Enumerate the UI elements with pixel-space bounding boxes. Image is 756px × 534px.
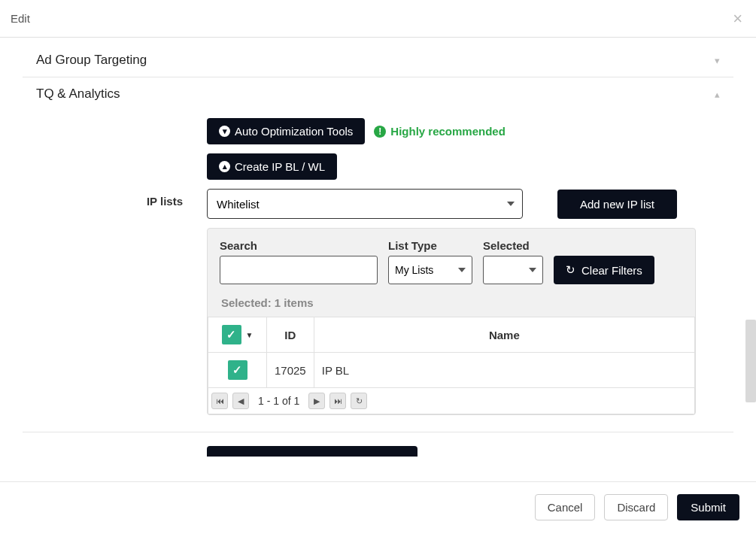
pager-prev-button[interactable]: ◀ xyxy=(232,393,249,409)
chevron-up-circle-icon: ▴ xyxy=(219,161,230,172)
id-column-header[interactable]: ID xyxy=(267,317,314,353)
modal-title: Edit xyxy=(11,12,30,25)
modal-footer: Cancel Discard Submit xyxy=(0,481,756,532)
selected-summary: Selected: 1 items xyxy=(220,292,683,317)
selected-filter-select[interactable] xyxy=(483,256,543,284)
modal-header: Edit × xyxy=(0,0,756,38)
button-label: Add new IP list xyxy=(580,198,654,211)
submit-button[interactable]: Submit xyxy=(677,494,739,520)
ip-list-table: ▼ ID Name xyxy=(208,317,695,388)
clear-filters-button[interactable]: ↻ Clear Filters xyxy=(554,256,654,284)
checkbox-checked-icon xyxy=(222,325,241,344)
chevron-down-circle-icon: ▾ xyxy=(219,126,230,137)
chevron-up-icon: ▴ xyxy=(715,89,720,100)
caret-down-icon: ▼ xyxy=(246,331,254,339)
row-name: IP BL xyxy=(314,353,694,388)
chevron-down-icon: ▾ xyxy=(715,55,720,66)
ip-lists-select[interactable]: Whitelist xyxy=(207,189,523,219)
selected-label: Selected xyxy=(483,239,543,252)
row-checkbox[interactable] xyxy=(228,360,247,380)
accordion-content: ▾ Auto Optimization Tools ! Highly recom… xyxy=(23,111,733,432)
row-id: 17025 xyxy=(267,353,314,388)
highly-recommended-badge: ! Highly recommended xyxy=(374,125,506,138)
info-icon: ! xyxy=(374,126,386,138)
pager-next-button[interactable]: ▶ xyxy=(308,393,325,409)
button-label: Auto Optimization Tools xyxy=(235,125,353,138)
button-label: Clear Filters xyxy=(581,264,642,277)
accordion-title: Ad Group Targeting xyxy=(36,53,147,68)
search-label: Search xyxy=(220,239,378,252)
scrollbar-thumb[interactable] xyxy=(745,320,756,402)
modal-body: Ad Group Targeting ▾ TQ & Analytics ▴ ▾ … xyxy=(0,38,756,481)
accordion-ad-group-targeting[interactable]: Ad Group Targeting ▾ xyxy=(23,44,733,77)
cancel-button[interactable]: Cancel xyxy=(535,494,596,520)
search-input[interactable] xyxy=(220,256,378,284)
accordion-tq-analytics[interactable]: TQ & Analytics ▴ ▾ Auto Optimization Too… xyxy=(23,77,733,432)
pager-last-button[interactable]: ⏭ xyxy=(329,393,346,409)
ip-lists-label: IP lists xyxy=(38,189,207,208)
button-label: Create IP BL / WL xyxy=(235,160,325,173)
pager: ⏮ ◀ 1 - 1 of 1 ▶ ⏭ ↻ xyxy=(208,388,695,414)
discard-button[interactable]: Discard xyxy=(604,494,668,520)
list-type-label: List Type xyxy=(388,239,472,252)
select-all-header[interactable]: ▼ xyxy=(208,317,267,353)
accordion-title: TQ & Analytics xyxy=(36,86,120,102)
close-icon[interactable]: × xyxy=(730,9,745,29)
name-column-header[interactable]: Name xyxy=(314,317,694,353)
create-ip-bl-wl-button[interactable]: ▴ Create IP BL / WL xyxy=(207,153,337,180)
pager-first-button[interactable]: ⏮ xyxy=(211,393,228,409)
pager-refresh-button[interactable]: ↻ xyxy=(351,393,367,409)
badge-text: Highly recommended xyxy=(390,125,506,138)
refresh-icon: ↻ xyxy=(566,263,575,277)
pager-text: 1 - 1 of 1 xyxy=(254,395,304,407)
auto-optimization-button[interactable]: ▾ Auto Optimization Tools xyxy=(207,118,365,144)
list-type-select[interactable]: My Lists xyxy=(388,256,472,284)
table-row[interactable]: 17025 IP BL xyxy=(208,353,695,388)
filter-panel: Search List Type My Lists Selected xyxy=(207,228,696,415)
partial-button-peek[interactable] xyxy=(207,446,417,457)
add-new-ip-list-button[interactable]: Add new IP list xyxy=(557,190,677,219)
